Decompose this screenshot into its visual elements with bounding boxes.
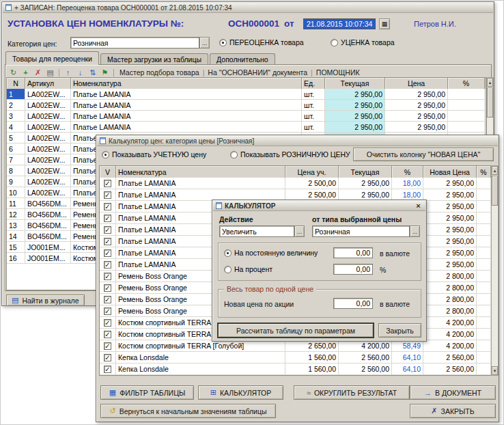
table-row[interactable]: ✓ Кепка Lonsdale 1 560,00 2 560,00 64,10… <box>100 352 491 364</box>
radio-fixed-amount[interactable]: На постоянную величину <box>224 249 318 257</box>
link-based-on-document[interactable]: На "ОСНОВАНИИ" документа <box>205 68 310 77</box>
price-category-select-button[interactable]: ... <box>199 37 210 49</box>
sort-icon[interactable]: ⇅ <box>87 68 98 78</box>
action-field[interactable]: Увеличить <box>219 225 294 237</box>
radio-show-roznich[interactable]: Показывать РОЗНИЧНУЮ ЦЕНУ <box>230 150 350 159</box>
link-assistant[interactable]: ПОМОЩНИК <box>313 68 363 77</box>
scroll-thumb[interactable] <box>487 87 493 118</box>
delete-row-icon[interactable]: ✗ <box>32 68 44 78</box>
row-checkbox[interactable]: ✓ <box>104 273 111 280</box>
checkbox-cell: ✓ <box>100 282 116 294</box>
checkbox-cell: ✓ <box>100 340 116 352</box>
new-price-cell: 2 560,00 <box>423 352 477 364</box>
calculate-table-button[interactable]: Рассчитать таблицу по параметрам <box>218 323 374 338</box>
new-price-cell: 2 800,00 <box>423 282 477 294</box>
calculator-button[interactable]: ⊞ КАЛЬКУЛЯТОР <box>198 385 283 400</box>
row-checkbox[interactable]: ✓ <box>104 296 111 303</box>
filter-table-button[interactable]: ▦ ФИЛЬТР ТАБЛИЦЫ <box>100 385 194 400</box>
row-checkbox[interactable]: ✓ <box>104 331 111 338</box>
row-checkbox[interactable]: ✓ <box>104 226 111 234</box>
tab-goods-for-revaluation[interactable]: Товары для переоценки <box>5 51 99 65</box>
table-row[interactable]: ✓ Платье LAMANIA 2 500,00 2 950,00 18,00… <box>100 178 491 189</box>
row-checkbox[interactable]: ✓ <box>104 366 111 373</box>
radio-show-uchet[interactable]: Показывать УЧЕТНУЮ цену <box>102 150 206 159</box>
row-checkbox[interactable]: ✓ <box>104 215 111 222</box>
close-dialog-button[interactable]: Закрыть <box>378 323 421 338</box>
close-calc-window-button[interactable]: ✗ ЗАКРЫТЬ <box>410 404 496 418</box>
promo-price-label: Новая цена по акции <box>224 300 294 308</box>
page-title: УСТАНОВКА ЦЕН НОМЕНКЛАТУРЫ №: <box>8 18 184 29</box>
row-checkbox[interactable]: ✓ <box>104 354 111 361</box>
revert-table-button[interactable]: ↺ Вернуться к начальным значениям таблиц… <box>100 404 276 418</box>
article-cell: LA002EW... <box>25 187 71 198</box>
price-type-field[interactable]: Розничная <box>312 225 410 237</box>
scroll-track[interactable] <box>492 206 498 366</box>
article-cell: LA002EW... <box>25 133 71 143</box>
copy-row-icon[interactable]: ▤ <box>44 68 56 78</box>
unit-cell: шт. <box>302 111 325 122</box>
calendar-button[interactable]: ▦ <box>379 18 390 29</box>
fixed-amount-field[interactable]: 0,00 <box>333 247 373 258</box>
new-price-cell: 4 200,00 <box>423 340 477 352</box>
calc-titlebar[interactable]: Калькулятор цен: категория цены [Розничн… <box>97 136 498 146</box>
current-price-cell: 2 950,00 <box>325 122 385 133</box>
author-label: Петров Н.И. <box>414 20 456 28</box>
row-checkbox[interactable]: ✓ <box>104 191 111 199</box>
new-price-cell: 4 200,00 <box>423 317 477 329</box>
action-select-button[interactable]: ... <box>294 225 305 237</box>
tab-additional[interactable]: Дополнительно <box>210 53 275 65</box>
link-item-picker-master[interactable]: Мастер подбора товара <box>117 68 202 77</box>
table-row[interactable]: 4 LA002EW... Платье LAMANIA шт. 2 950,00… <box>7 122 486 133</box>
checkbox-cell: ✓ <box>100 294 116 305</box>
radio-percent[interactable]: На процент <box>224 265 272 273</box>
calc-table-scrollbar[interactable]: ▲ ▼ <box>491 165 499 376</box>
price-category-field[interactable]: Розничная <box>70 37 199 49</box>
scroll-thumb[interactable] <box>492 176 498 206</box>
radio-markdown[interactable]: УЦЕНКА товара <box>331 38 395 46</box>
promo-price-field[interactable]: 0,00 <box>333 298 373 309</box>
document-datetime-field[interactable]: 21.08.2015 10:07:34 <box>303 18 376 29</box>
round-result-button[interactable]: ≈ ОКРУГЛИТЬ РЕЗУЛЬТАТ <box>294 385 410 400</box>
percent-2-cell <box>477 236 491 247</box>
row-checkbox[interactable]: ✓ <box>104 261 111 269</box>
row-checkbox[interactable]: ✓ <box>104 342 111 350</box>
radio-revaluation[interactable]: ПЕРЕОЦЕНКА товара <box>219 38 304 46</box>
table-row[interactable]: ✓ Костюм спортивный TERRA [Голубой] 2 65… <box>100 340 491 352</box>
row-checkbox[interactable]: ✓ <box>104 180 111 187</box>
percent-2-cell <box>477 189 491 201</box>
dialog-titlebar[interactable]: КАЛЬКУЛЯТОР × <box>213 201 425 211</box>
percent-cell: 58,49 <box>392 340 423 352</box>
row-checkbox[interactable]: ✓ <box>104 238 111 245</box>
article-cell: LA002EW... <box>25 143 71 154</box>
tab-load-master[interactable]: Мастер загрузки из таблицы <box>100 53 208 65</box>
ellipsis-icon: ... <box>297 228 303 235</box>
scroll-up-icon[interactable]: ▲ <box>492 166 498 175</box>
percent-amount-field[interactable]: 0,00 <box>333 264 373 275</box>
row-checkbox[interactable]: ✓ <box>104 284 111 292</box>
ellipsis-icon: ... <box>202 40 208 46</box>
tab-strip: Товары для переоценки Мастер загрузки из… <box>5 51 277 65</box>
find-in-journal-button[interactable]: ▤ Найти в журнале <box>6 294 85 306</box>
clear-new-price-column-button[interactable]: Очистить колонку "НОВАЯ ЦЕНА" <box>353 148 494 161</box>
table-row[interactable]: 1 LA002EW... Платье LAMANIA шт. 2 950,00… <box>7 89 486 100</box>
refresh-icon[interactable]: ↻ <box>8 68 19 78</box>
price-type-select-button[interactable]: ... <box>410 225 420 237</box>
to-document-button[interactable]: → В ДОКУМЕНТ <box>410 385 496 400</box>
row-checkbox[interactable]: ✓ <box>104 249 111 257</box>
row-checkbox[interactable]: ✓ <box>104 203 111 210</box>
goods-table-header: N Артикул Номенклатура Ед. Текущая Цена … <box>7 78 486 89</box>
move-up-icon[interactable]: ↑ <box>62 68 74 78</box>
table-row[interactable]: 3 LA002EW... Платье LAMANIA шт. 2 950,00… <box>7 111 486 122</box>
scroll-up-icon[interactable]: ▲ <box>487 78 493 87</box>
row-checkbox[interactable]: ✓ <box>104 319 111 327</box>
row-checkbox[interactable]: ✓ <box>104 307 111 315</box>
add-row-icon[interactable]: + <box>20 68 31 78</box>
move-down-icon[interactable]: ↓ <box>74 68 86 78</box>
table-row[interactable]: ✓ Кепка Lonsdale 1 560,00 2 560,00 64,10… <box>100 364 491 375</box>
table-row[interactable]: 2 LA002EW... Платье LAMANIA шт. 2 950,00… <box>7 100 486 111</box>
flag-icon[interactable]: ⚑ <box>99 68 111 78</box>
main-titlebar[interactable]: + ЗАПИСАН: Переоценка товара ОСН000001 о… <box>3 3 493 13</box>
uchet-price-cell: 1 560,00 <box>285 352 339 364</box>
scroll-down-icon[interactable]: ▼ <box>492 366 498 375</box>
close-icon[interactable]: × <box>414 202 423 210</box>
